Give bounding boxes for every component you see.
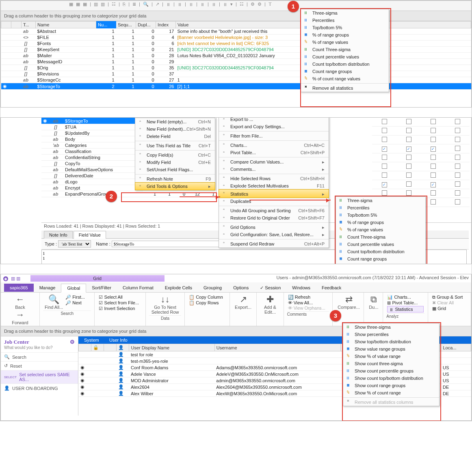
col-header[interactable]: User Display Name bbox=[129, 344, 214, 351]
copy-rows-button[interactable]: 📋 Copy Rows bbox=[189, 300, 225, 306]
col-header[interactable]: Username bbox=[214, 344, 340, 351]
view-all-button[interactable]: 👁 View All... bbox=[288, 300, 329, 305]
refresh-button[interactable]: 🔄 Refresh bbox=[288, 295, 329, 300]
stats-item[interactable]: %% of count range values bbox=[336, 263, 425, 264]
table-row[interactable]: [] $KeepSent1 10 21[UNID] 3DC27C0320D0D3… bbox=[1, 47, 471, 53]
duplicates-button[interactable]: ⧉Du... bbox=[367, 294, 380, 310]
clear-all-button[interactable]: ✖ Clear All bbox=[432, 300, 467, 306]
ribbon-tab[interactable]: Sort/Filter bbox=[86, 284, 117, 292]
goto-next-button[interactable]: ↓↓Go To Next Selected Row bbox=[149, 294, 181, 314]
stats-item[interactable]: ⫼Show top/bottom distribution bbox=[343, 338, 439, 345]
menu-item[interactable]: ▫Explode Selected MultivaluesF11 bbox=[219, 182, 329, 190]
menu-item[interactable]: ▫New Field (inherit)...Ctrl+Shift+N bbox=[135, 125, 215, 133]
menu-item[interactable]: ▫Statistics▸ bbox=[219, 189, 329, 198]
type-select[interactable]: 'ab Text list bbox=[58, 240, 91, 248]
table-row[interactable]: <> $FILE1 10 4[Banner voorbeeld Heliview… bbox=[1, 34, 471, 41]
stats-item[interactable]: %% of count range values bbox=[301, 75, 389, 82]
table-row[interactable]: ab $Mailer1 10 28Lotus Notes Build V854_… bbox=[1, 53, 471, 59]
menu-item[interactable]: ▫Delete FieldDel bbox=[135, 133, 215, 140]
menu-item[interactable]: ▫Pivot Table...Ctrl+Shift+P bbox=[219, 149, 329, 156]
stats-item[interactable]: ⫼Show count percentile groups bbox=[343, 367, 439, 375]
table-row[interactable]: ab $StorageCc1 10 271 bbox=[1, 77, 471, 83]
menu-item[interactable]: ▫Grid Tools & Options▸ bbox=[135, 182, 215, 190]
ribbon-tab[interactable]: Explode Cells bbox=[159, 284, 198, 292]
menu-item[interactable]: ▫Grid Configuration: Save, Load, Restore… bbox=[219, 231, 329, 238]
stats-item[interactable]: ⫼Percentiles bbox=[301, 17, 389, 24]
stats-item[interactable]: ⫼Count Three-sigma bbox=[336, 233, 425, 241]
stats-item[interactable]: ⫼Percentiles bbox=[336, 204, 425, 211]
stats-item[interactable]: %% of range values bbox=[336, 226, 425, 233]
stats-item[interactable]: ✖Remove all statistics bbox=[301, 83, 389, 92]
col-header[interactable]: 👤 bbox=[117, 344, 129, 351]
table-row[interactable]: [] $Orig1 10 35[UNID] 3DC27C0320D0D34485… bbox=[1, 65, 471, 71]
menu-item[interactable]: ▫Charts...Ctrl+Alt+C bbox=[219, 140, 329, 149]
forward-button[interactable]: →Forward bbox=[10, 310, 30, 325]
menu-item[interactable]: ▫Hide Selected RowsCtrl+Shift+H bbox=[219, 174, 329, 182]
ribbon-tab[interactable]: Column Format bbox=[117, 284, 159, 292]
stats-item[interactable]: ⫼Three-sigma bbox=[336, 197, 425, 204]
tab-field-value[interactable]: Field Value bbox=[74, 231, 106, 239]
job-reset[interactable]: ↺Reset bbox=[1, 361, 78, 370]
charts-button[interactable]: 📊 Charts... bbox=[387, 295, 424, 300]
select-from-file-button[interactable]: ☑ Select from File... bbox=[99, 300, 141, 306]
menu-item[interactable]: ▫Duplicates bbox=[219, 198, 329, 205]
grid-button[interactable]: ▦ Grid bbox=[432, 306, 467, 311]
select-all-button[interactable]: ☑ Select All bbox=[99, 295, 141, 300]
table-row[interactable]: [] $Fonts1 10 6[rich text cannot be view… bbox=[1, 41, 471, 47]
find-all-button[interactable]: 🔍Find All... bbox=[43, 294, 65, 310]
col-header[interactable]: Sequ... bbox=[116, 22, 136, 28]
export-button[interactable]: ↗Export... bbox=[233, 294, 253, 310]
menu-item[interactable]: ▫Restore Grid to Original OrderCtrl+Shif… bbox=[219, 214, 329, 222]
col-header[interactable]: Index bbox=[156, 22, 176, 28]
grid-contextual-tab[interactable]: Grid bbox=[30, 275, 165, 282]
menu-item[interactable]: ▫Grid Options▸ bbox=[219, 222, 329, 231]
menu-item[interactable]: ▫Copy Field(s)Ctrl+C bbox=[135, 150, 215, 159]
stats-item[interactable]: ⫼Count top/bottom distribution bbox=[301, 60, 389, 68]
menu-item[interactable]: ▫Modify FieldCtrl+E bbox=[135, 159, 215, 166]
col-header[interactable] bbox=[104, 344, 117, 351]
ribbon-tab[interactable]: Global bbox=[61, 284, 86, 293]
groupzone-1[interactable]: Drag a column header to this grouping zo… bbox=[1, 11, 471, 21]
col-header[interactable]: Name bbox=[36, 22, 96, 28]
back-button[interactable]: ←Back bbox=[13, 294, 26, 310]
gear-icon[interactable]: ⚙ bbox=[70, 339, 75, 345]
menu-item[interactable]: ▫Filter from File... bbox=[219, 131, 329, 140]
col-header[interactable]: Loca... bbox=[441, 344, 471, 351]
job-set-same-as[interactable]: SELECTSet selected users SAME AS... bbox=[1, 370, 78, 383]
stats-item[interactable]: ⫼Top/bottom 5% bbox=[301, 24, 389, 31]
tab-note-info[interactable]: Note Info bbox=[44, 231, 73, 239]
menu-item[interactable]: ▫Comments...▸ bbox=[219, 166, 329, 173]
compare-button[interactable]: ⇄Compare... bbox=[336, 294, 361, 310]
ribbon-tab[interactable]: Manage bbox=[34, 284, 61, 292]
table-row[interactable]: ab $Abstract1 10 17Some info about the "… bbox=[1, 28, 471, 34]
col-header[interactable] bbox=[79, 344, 91, 351]
ribbon-tab[interactable]: Grouping bbox=[198, 284, 227, 292]
job-onboarding[interactable]: 👤USER ON-BOARDING bbox=[1, 383, 78, 392]
stats-item[interactable]: ⫼Show three-sigma bbox=[343, 323, 439, 331]
col-header[interactable] bbox=[11, 22, 22, 28]
copy-column-button[interactable]: 📋 Copy Column bbox=[189, 295, 225, 300]
pivot-button[interactable]: ⊞ Pivot Table... bbox=[387, 300, 424, 306]
ribbon-tab[interactable]: sapio365 bbox=[4, 284, 34, 292]
table-row[interactable]: [] $Revisions1 10 37 bbox=[1, 71, 471, 77]
stats-item[interactable]: ⫼Show count three-sigma bbox=[343, 360, 439, 367]
stats-item[interactable]: ⫼Top/bottom 5% bbox=[336, 211, 425, 219]
stats-item[interactable]: ▦Count range groups bbox=[301, 68, 389, 75]
menu-item[interactable]: ▫Undo All Grouping and SortingCtrl+Shift… bbox=[219, 206, 329, 214]
col-header[interactable]: Nu... bbox=[96, 22, 116, 28]
col-header[interactable]: 🔒 bbox=[91, 344, 104, 351]
stats-item[interactable]: ⫼Count Three-sigma bbox=[301, 46, 389, 53]
table-row[interactable]: ab $MessageID1 10 29 bbox=[1, 59, 471, 65]
stats-item[interactable]: ⫼Three-sigma bbox=[301, 9, 389, 17]
stats-item[interactable]: ⫼Show count top/bottom distribution bbox=[343, 375, 439, 382]
stats-item[interactable]: ▦% of range groups bbox=[336, 219, 425, 226]
menu-item[interactable]: ▫Set/Unset Field Flags... bbox=[135, 166, 215, 173]
stats-item[interactable]: %Show % of count range bbox=[343, 389, 439, 396]
stats-item[interactable]: ▦Count range groups bbox=[336, 255, 425, 263]
stats-item[interactable]: ▦Show count range groups bbox=[343, 382, 439, 389]
invert-selection-button[interactable]: ☑ Invert Selection bbox=[99, 306, 141, 311]
ribbon-tab[interactable]: Windows bbox=[286, 284, 316, 292]
first-button[interactable]: 🔎 First... bbox=[65, 295, 85, 300]
stats-item[interactable]: ▦% of range groups bbox=[301, 31, 389, 39]
menu-item[interactable]: ▫Use This Field as TitleCtrl+T bbox=[135, 141, 215, 149]
